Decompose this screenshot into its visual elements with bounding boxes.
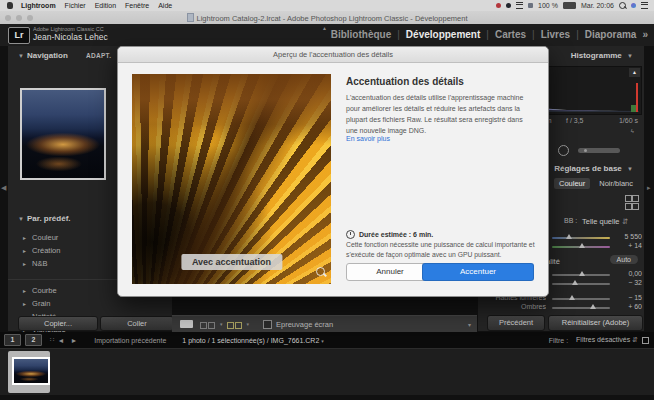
second-window-button[interactable]: 2	[25, 334, 42, 346]
slider-ombres[interactable]: Ombres + 60	[478, 303, 644, 313]
reset-button[interactable]: Réinitialiser (Adobe)	[548, 315, 643, 331]
develop-toolbar: ▾ ▾ Epreuvage écran ▾	[172, 315, 477, 332]
menubar-clock[interactable]: Mar. 20:06	[581, 2, 614, 9]
auto-tone-button[interactable]: Auto	[610, 255, 638, 264]
spotlight-search-icon[interactable]	[619, 2, 626, 9]
estimated-time-row: Durée estimée : 6 min.	[346, 230, 433, 239]
wb-label: BB :	[564, 217, 577, 224]
control-center-icon[interactable]	[641, 2, 648, 9]
enhance-button[interactable]: Accentuer	[422, 263, 534, 281]
dialog-titlebar[interactable]: Aperçu de l'accentuation des détails	[118, 47, 548, 63]
preset-group-couleur[interactable]: ► Couleur	[8, 231, 118, 244]
module-overflow-chevron[interactable]: »	[642, 29, 648, 40]
module-bibliotheque[interactable]: Bibliothèque	[331, 29, 392, 40]
right-panel-collapse-icon[interactable]: ▸	[647, 184, 651, 192]
tab-noir-blanc[interactable]: Noir/blanc	[594, 178, 638, 189]
learn-more-link[interactable]: En savoir plus	[346, 135, 390, 142]
macos-menubar: Lightroom Fichier Edition Fenêtre Aide 1…	[0, 0, 654, 11]
preset-group-nb[interactable]: ► N&B	[8, 257, 118, 270]
histogram-panel-header[interactable]: Histogramme ▼	[571, 51, 636, 60]
filmstrip-bar: 1 2 ∷ ◄ ► Importation précédente 1 photo…	[0, 332, 654, 348]
enhance-details-dialog: Aperçu de l'accentuation des détails Ave…	[117, 46, 549, 297]
dialog-heading: Accentuation des détails	[346, 76, 464, 87]
go-back-icon[interactable]: ◄	[57, 337, 64, 344]
main-window-button[interactable]: 1	[4, 334, 21, 346]
preview-state-label: Avec accentuation	[181, 254, 282, 270]
basic-panel-header[interactable]: Réglages de base ▼	[554, 164, 636, 173]
loupe-view-icon[interactable]	[180, 320, 193, 328]
screen: Lightroom Fichier Edition Fenêtre Aide 1…	[0, 0, 654, 400]
gpu-note: Cette fonction nécessite une puissance d…	[346, 240, 538, 260]
collapse-triangle-icon: ▼	[18, 53, 24, 59]
view-dropdown-caret-icon[interactable]: ▾	[220, 321, 223, 327]
redeye-tool-icon[interactable]	[558, 145, 569, 156]
previous-button[interactable]: Précédent	[487, 315, 545, 331]
filmstrip-selected-cell[interactable]	[8, 351, 50, 393]
dialog-description: L'accentuation des détails utilise l'app…	[346, 93, 536, 136]
preset-group-creation[interactable]: ► Création	[8, 244, 118, 257]
zoom-level-adapt[interactable]: ADAPT.	[86, 52, 111, 59]
preset-divider	[8, 270, 118, 280]
preset-group-courbe[interactable]: ► Courbe	[8, 284, 118, 297]
brush-tool-slider[interactable]	[578, 148, 620, 153]
module-livres[interactable]: Livres	[541, 29, 570, 40]
identity-user-name: Jean-Nicolas Lehec	[33, 32, 108, 42]
wb-select[interactable]: Telle quelle ⇵	[582, 217, 628, 226]
filter-lock-icon[interactable]	[642, 337, 649, 344]
left-panel-collapse-icon[interactable]: ◀	[1, 184, 6, 192]
module-developpement[interactable]: Développement	[406, 29, 480, 40]
document-icon	[187, 13, 194, 22]
filmstrip-source[interactable]: Importation précédente	[94, 337, 166, 344]
module-picker: Bibliothèque| Développement| Cartes| Liv…	[331, 29, 648, 40]
cancel-button[interactable]: Annuler	[346, 263, 434, 281]
loupe-cursor-icon	[316, 267, 325, 276]
go-forward-icon[interactable]: ►	[70, 337, 77, 344]
enhance-preview-image[interactable]: Avec accentuation	[132, 74, 331, 284]
menu-fenetre[interactable]: Fenêtre	[125, 2, 149, 9]
basic-mode-tabs: Couleur Noir/blanc	[554, 178, 638, 189]
filmstrip-thumbnail-photo[interactable]	[12, 357, 50, 385]
menu-aide[interactable]: Aide	[158, 2, 172, 9]
window-title: Lightroom Catalog-2.lrcat - Adobe Photos…	[0, 13, 654, 23]
tool-strip	[538, 145, 620, 156]
navigation-panel-header[interactable]: ▼Navigation	[18, 51, 68, 60]
battery-icon[interactable]	[563, 2, 576, 9]
estimated-time-text: Durée estimée : 6 min.	[359, 231, 433, 238]
flash-icon: ϟ	[631, 128, 634, 134]
filmstrip-selection[interactable]: 1 photo / 1 sélectionnée(s) / IMG_7661.C…	[182, 337, 323, 344]
menu-fichier[interactable]: Fichier	[65, 2, 86, 9]
menu-lightroom[interactable]: Lightroom	[21, 2, 56, 9]
lightroom-logo: Lr	[8, 27, 30, 44]
toolbar-options-caret-icon[interactable]: ▾	[468, 321, 471, 328]
apple-icon[interactable]	[7, 2, 13, 9]
filter-dropdown[interactable]: Filtres désactivés ⇵	[576, 336, 638, 344]
tab-couleur[interactable]: Couleur	[554, 178, 590, 189]
status-app-icon[interactable]	[506, 3, 511, 8]
module-diaporama[interactable]: Diaporama	[585, 29, 637, 40]
copy-settings-button[interactable]: Copier...	[18, 316, 98, 331]
exif-shutter: 1/60 s	[619, 117, 638, 124]
navigator-preview-photo[interactable]	[20, 88, 106, 180]
wifi-icon[interactable]	[528, 3, 533, 8]
profile-browser-icon[interactable]	[625, 195, 638, 210]
paste-settings-button[interactable]: Coller	[100, 316, 174, 331]
presets-panel-header[interactable]: ▼Par. prédéf.	[18, 214, 71, 223]
siri-icon[interactable]	[631, 3, 636, 8]
preset-group-grain[interactable]: ► Grain	[8, 297, 118, 310]
cellular-icon[interactable]	[516, 2, 523, 9]
split-view-icon[interactable]	[227, 315, 243, 333]
status-record-icon[interactable]	[496, 3, 501, 8]
grid-view-icon[interactable]: ∷	[50, 336, 54, 344]
highlight-clipping-icon[interactable]: ▲	[629, 68, 640, 77]
soft-proof-checkbox[interactable]	[263, 320, 272, 329]
menu-edition[interactable]: Edition	[95, 2, 116, 9]
battery-percent: 100 %	[538, 2, 558, 9]
filter-label: Filtre :	[549, 337, 568, 344]
clock-icon	[346, 230, 355, 239]
exif-aperture: f / 3,5	[566, 117, 584, 124]
before-after-view-icon[interactable]	[200, 315, 216, 333]
filmstrip	[0, 348, 654, 395]
module-cartes[interactable]: Cartes	[495, 29, 526, 40]
top-panel-collapse-icon[interactable]: ▲	[322, 25, 327, 31]
view-dropdown-caret-icon-2[interactable]: ▾	[247, 321, 250, 327]
